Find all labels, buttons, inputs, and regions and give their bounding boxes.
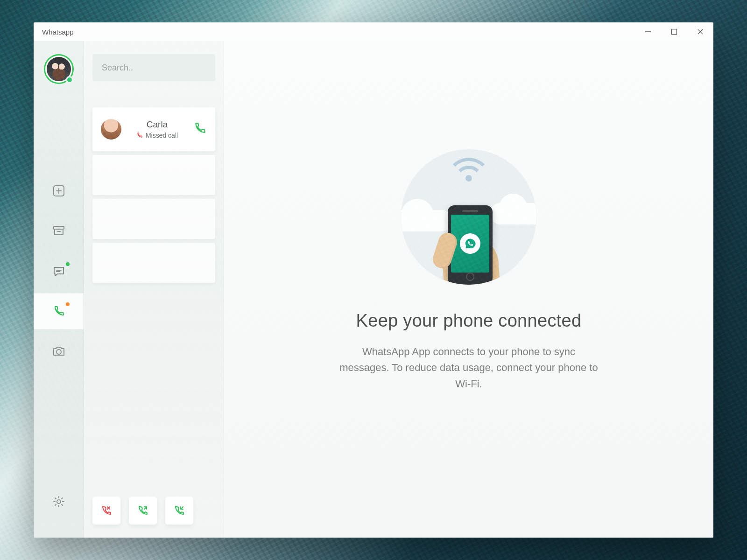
missed-call-icon [136, 132, 143, 139]
contact-avatar [101, 119, 121, 140]
call-item[interactable]: Carla Missed call [92, 107, 215, 151]
app-window: Whatsapp [34, 22, 713, 538]
presence-dot-icon [66, 76, 73, 84]
missed-dot-icon [66, 302, 70, 306]
nav-chats[interactable] [34, 253, 84, 289]
svg-point-4 [57, 500, 61, 504]
nav-camera[interactable] [34, 333, 84, 370]
titlebar: Whatsapp [34, 22, 713, 41]
plus-square-icon [52, 184, 65, 197]
phone-icon [52, 305, 65, 318]
nav-archive[interactable] [34, 213, 84, 249]
contact-name: Carla [147, 119, 168, 130]
svg-rect-0 [672, 29, 677, 35]
phone-incoming-icon [174, 505, 185, 516]
whatsapp-logo-icon [460, 233, 480, 254]
nav-calls[interactable] [34, 293, 84, 329]
close-icon [697, 28, 704, 35]
unread-dot-icon [66, 262, 70, 266]
connect-illustration [401, 149, 536, 285]
minimize-button[interactable] [635, 22, 661, 41]
call-item-placeholder [92, 155, 215, 195]
call-filter-row [92, 497, 215, 525]
main-pane: Keep your phone connected WhatsApp App c… [224, 41, 713, 538]
call-item-placeholder [92, 243, 215, 283]
filter-outgoing[interactable] [129, 497, 157, 525]
call-button[interactable] [193, 121, 207, 137]
call-status: Missed call [136, 132, 178, 139]
archive-icon [52, 224, 65, 238]
svg-rect-2 [54, 226, 64, 229]
profile-avatar[interactable] [44, 54, 74, 84]
maximize-icon [671, 28, 677, 35]
call-list-panel: Carla Missed call [84, 41, 224, 538]
svg-point-3 [56, 350, 61, 354]
call-item-placeholder [92, 199, 215, 239]
phone-missed-icon [101, 505, 112, 516]
search-input[interactable] [92, 54, 215, 81]
main-subtext: WhatsApp App connects to your phone to s… [338, 344, 599, 392]
close-button[interactable] [687, 22, 713, 41]
window-title: Whatsapp [42, 28, 74, 36]
minimize-icon [645, 28, 651, 35]
nav-new[interactable] [34, 173, 84, 209]
gear-icon [52, 495, 65, 508]
main-headline: Keep your phone connected [356, 311, 582, 331]
phone-icon [193, 121, 207, 135]
chat-icon [52, 265, 65, 278]
filter-missed[interactable] [92, 497, 120, 525]
maximize-button[interactable] [661, 22, 687, 41]
phone-outgoing-icon [137, 505, 148, 516]
nav-settings[interactable] [34, 483, 84, 520]
filter-incoming[interactable] [165, 497, 193, 525]
nav-rail [34, 41, 84, 538]
camera-icon [52, 345, 65, 358]
